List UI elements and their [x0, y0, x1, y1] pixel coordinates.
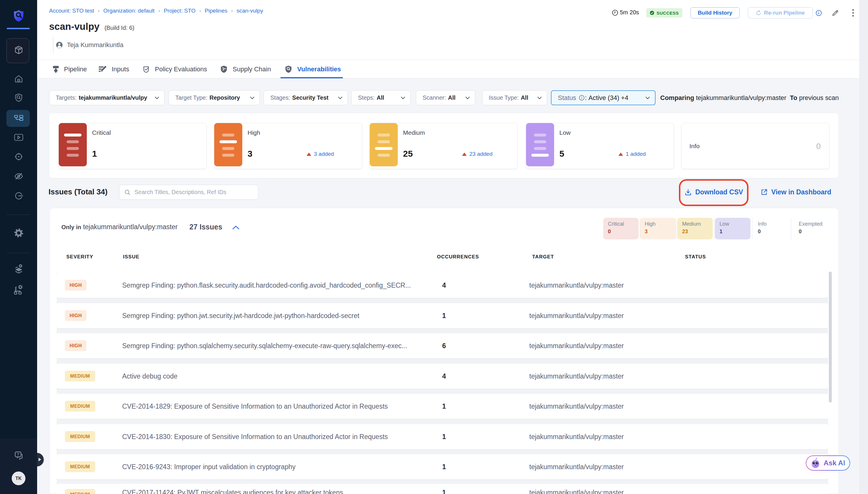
svg-text:?: ?	[17, 453, 19, 457]
